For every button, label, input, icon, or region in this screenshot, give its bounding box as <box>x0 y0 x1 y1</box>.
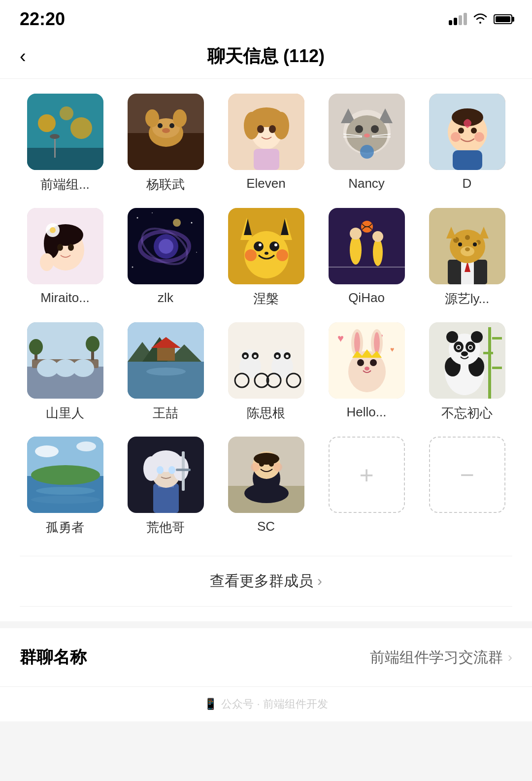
signal-icon <box>449 13 467 25</box>
svg-point-75 <box>245 249 257 261</box>
svg-point-73 <box>259 243 262 246</box>
svg-point-81 <box>350 228 362 239</box>
member-item[interactable]: 杨联武 <box>120 94 211 193</box>
avatar <box>429 94 505 170</box>
svg-point-175 <box>31 496 100 504</box>
member-item[interactable]: 前端组... <box>20 94 110 193</box>
avatar <box>128 94 204 170</box>
svg-point-52 <box>68 244 74 251</box>
add-member-item[interactable]: + + <box>321 437 412 536</box>
svg-point-42 <box>451 132 461 142</box>
section-divider <box>0 621 532 628</box>
svg-point-30 <box>371 125 379 133</box>
member-item[interactable]: 涅槃 <box>221 208 311 307</box>
avatar <box>429 322 505 399</box>
svg-point-95 <box>458 242 462 246</box>
member-item[interactable]: 山里人 <box>20 322 110 422</box>
add-member-button[interactable]: + <box>329 437 405 513</box>
member-item[interactable]: SC <box>221 437 311 536</box>
svg-point-50 <box>50 227 56 233</box>
svg-point-196 <box>269 462 274 467</box>
watermark-text: 公众号 · 前端组件开发 <box>221 697 328 712</box>
svg-point-186 <box>168 466 175 474</box>
svg-point-55 <box>136 217 138 219</box>
member-name: 源艺ly... <box>445 290 490 307</box>
view-more-label: 查看更多群成员 <box>210 573 313 589</box>
remove-member-button[interactable]: − <box>429 437 505 513</box>
remove-member-item[interactable]: − − <box>422 437 512 536</box>
svg-point-41 <box>471 128 477 134</box>
group-name-chevron: › <box>508 649 512 665</box>
svg-rect-153 <box>488 327 491 399</box>
member-item[interactable]: Nancy <box>321 94 412 193</box>
member-name: 涅槃 <box>253 290 279 307</box>
svg-point-183 <box>143 456 159 481</box>
svg-point-11 <box>158 123 163 128</box>
svg-point-36 <box>360 145 374 159</box>
view-more-button[interactable]: 查看更多群成员› <box>20 556 512 607</box>
member-item[interactable]: 陈思根 <box>221 322 311 422</box>
status-icons <box>449 12 512 27</box>
svg-point-118 <box>146 368 186 375</box>
avatar <box>228 322 304 399</box>
member-item[interactable]: D <box>422 94 512 193</box>
svg-point-185 <box>157 466 164 474</box>
member-item[interactable]: 孤勇者 <box>20 437 110 536</box>
member-item[interactable]: 王喆 <box>120 322 211 422</box>
member-name: 山里人 <box>46 405 84 422</box>
svg-point-98 <box>465 247 470 251</box>
member-item[interactable]: QiHao <box>321 208 412 307</box>
svg-point-74 <box>274 243 277 246</box>
member-name: Miraito... <box>40 290 90 306</box>
member-item[interactable]: 源艺ly... <box>422 208 512 307</box>
member-item[interactable]: 不忘初心 <box>422 322 512 422</box>
avatar <box>128 437 204 513</box>
member-name: D <box>463 176 472 191</box>
member-name: 孤勇者 <box>46 519 84 536</box>
member-item[interactable]: Eleven <box>221 94 311 193</box>
svg-point-6 <box>50 134 60 139</box>
svg-point-167 <box>446 331 458 343</box>
group-name-value: 前端组件学习交流群 <box>370 647 503 668</box>
member-item[interactable]: 荒他哥 <box>120 437 211 536</box>
svg-rect-155 <box>483 352 493 354</box>
svg-point-126 <box>244 355 247 358</box>
main-content: 前端组... 杨联武 <box>0 79 532 621</box>
group-name-value-container[interactable]: 前端组件学习交流群 › <box>370 647 512 668</box>
battery-icon <box>494 14 512 24</box>
avatar <box>228 94 304 170</box>
svg-text:♥: ♥ <box>390 345 394 353</box>
svg-point-169 <box>461 351 468 356</box>
svg-point-194 <box>254 453 279 465</box>
member-name: SC <box>257 519 275 534</box>
svg-point-14 <box>145 109 159 127</box>
svg-point-148 <box>357 359 364 366</box>
member-item[interactable]: ♥ ♥ ♥ <box>321 322 412 422</box>
svg-point-31 <box>364 134 370 137</box>
member-item[interactable]: Miraito... <box>20 208 110 307</box>
svg-point-19 <box>244 112 260 139</box>
svg-point-20 <box>273 112 289 139</box>
member-name: 杨联武 <box>146 176 185 193</box>
group-name-row[interactable]: 群聊名称 前端组件学习交流群 › <box>0 628 532 687</box>
avatar <box>329 208 405 284</box>
avatar <box>27 322 103 399</box>
members-grid: 前端组... 杨联武 <box>20 94 512 536</box>
watermark: 📱 公众号 · 前端组件开发 <box>0 687 532 721</box>
back-button[interactable]: ‹ <box>20 46 26 67</box>
svg-point-109 <box>29 339 43 355</box>
avatar <box>27 94 103 170</box>
svg-point-43 <box>474 132 484 142</box>
svg-point-107 <box>72 359 94 377</box>
svg-point-64 <box>173 219 181 227</box>
svg-point-173 <box>31 465 100 485</box>
avatar <box>27 208 103 284</box>
member-item[interactable]: zlk <box>120 208 211 307</box>
svg-point-1 <box>38 114 56 132</box>
svg-point-51 <box>57 244 63 251</box>
minus-icon: − <box>460 461 474 489</box>
avatar <box>228 437 304 513</box>
svg-point-76 <box>276 249 288 261</box>
member-name: Eleven <box>246 176 286 191</box>
svg-point-195 <box>259 462 264 467</box>
